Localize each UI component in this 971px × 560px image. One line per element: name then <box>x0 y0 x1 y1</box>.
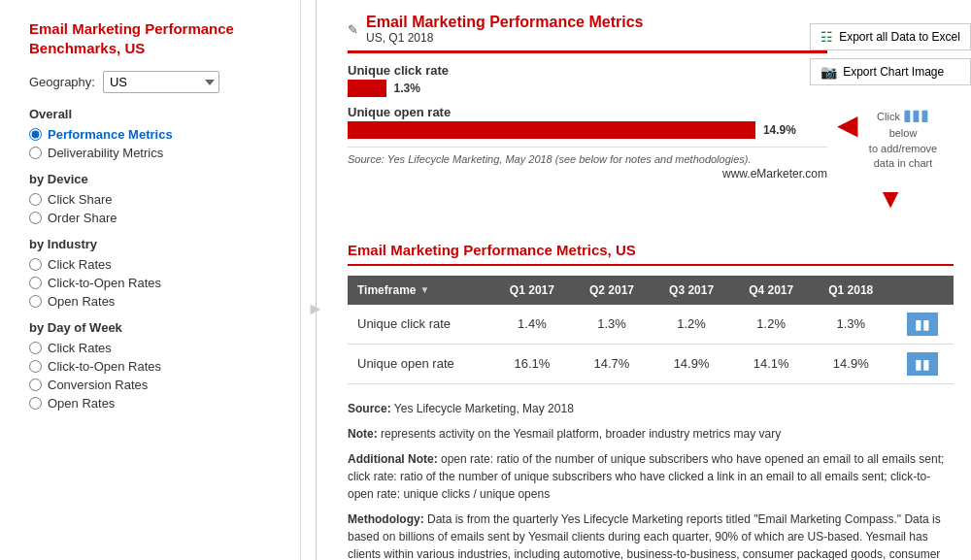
excel-icon: ☷ <box>820 29 833 45</box>
sidebar-title: Email Marketing Performance Benchmarks, … <box>29 19 281 57</box>
chart-title: Email Marketing Performance Metrics <box>366 14 643 31</box>
metric1-bar <box>348 80 386 97</box>
radio-day-conversion-rates[interactable]: Conversion Rates <box>29 378 281 392</box>
edit-title-icon[interactable]: ✎ <box>348 22 358 37</box>
export-excel-label: Export all Data to Excel <box>839 30 960 44</box>
radio-deliverability-metrics[interactable]: Deliverability Metrics <box>29 146 281 160</box>
hint-down-arrow-container: ▼ <box>837 183 944 214</box>
methodology-text: Data is from the quarterly Yes Lifecycle… <box>348 512 941 560</box>
col-q4-2017: Q4 2017 <box>731 276 811 305</box>
source-label: Source: <box>348 402 391 415</box>
geography-row: Geography: US <box>29 71 281 93</box>
note-text: represents activity on the Yesmail platf… <box>381 427 781 441</box>
cell-0-q4_2017: 1.2% <box>731 305 811 345</box>
export-buttons: ☷ Export all Data to Excel 📷 Export Char… <box>810 23 971 85</box>
radio-click-share[interactable]: Click Share <box>29 192 281 207</box>
data-table: Timeframe ▼ Q1 2017 Q2 2017 Q3 2017 Q4 2… <box>348 276 954 384</box>
chart-export-icon: 📷 <box>820 64 837 80</box>
industry-cto-rates-label: Click-to-Open Rates <box>48 276 161 290</box>
cell-0-q1_2018: 1.3% <box>811 305 890 345</box>
export-chart-label: Export Chart Image <box>843 65 944 79</box>
metric2-bar <box>348 121 755 139</box>
radio-industry-cto-rates[interactable]: Click-to-Open Rates <box>29 276 281 290</box>
note-label: Note: <box>348 427 378 441</box>
cell-0-q1_2017: 1.4% <box>492 305 572 345</box>
metric1-value: 1.3% <box>394 82 420 95</box>
metric2-value: 14.9% <box>763 123 796 137</box>
by-industry-label: by Industry <box>29 237 281 251</box>
note-paragraph: Note: represents activity on the Yesmail… <box>348 425 954 443</box>
hint-text: Click ▮▮▮ belowto add/removedata in char… <box>862 105 944 172</box>
day-conversion-rates-label: Conversion Rates <box>48 378 148 392</box>
additional-text: open rate: ratio of the number of unique… <box>348 452 944 501</box>
by-day-label: by Day of Week <box>29 320 281 335</box>
chart-title-block: ✎ Email Marketing Performance Metrics US… <box>348 14 643 45</box>
methodology-paragraph: Methodology: Data is from the quarterly … <box>348 511 954 560</box>
export-chart-button[interactable]: 📷 Export Chart Image <box>810 58 971 85</box>
day-open-rates-label: Open Rates <box>48 396 115 411</box>
metric-open-rate: Unique open rate 14.9% <box>348 105 827 139</box>
cell-1-q3_2017: 14.9% <box>652 344 731 383</box>
chart-header: ✎ Email Marketing Performance Metrics US… <box>348 14 827 53</box>
sort-icon: ▼ <box>419 284 429 295</box>
col-q1-2017: Q1 2017 <box>492 276 572 305</box>
industry-open-rates-label: Open Rates <box>48 294 115 309</box>
radio-industry-open-rates[interactable]: Open Rates <box>29 294 281 309</box>
col-q3-2017: Q3 2017 <box>652 276 731 305</box>
cell-0-q3_2017: 1.2% <box>652 305 731 345</box>
radio-day-open-rates[interactable]: Open Rates <box>29 396 281 411</box>
chart-toggle-button[interactable]: ▮▮ <box>907 313 938 336</box>
order-share-label: Order Share <box>48 211 117 225</box>
hint-block: ◀ Click ▮▮▮ belowto add/removedata in ch… <box>837 105 944 172</box>
additional-label: Additional Note: <box>348 452 438 466</box>
overall-label: Overall <box>29 107 281 121</box>
methodology-label: Methodology: <box>348 512 424 526</box>
arrow-icon: ► <box>307 299 324 319</box>
source-note: Source: Yes Lifecycle Marketing, May 201… <box>348 147 827 165</box>
cell-0-q2_2017: 1.3% <box>572 305 652 345</box>
additional-note-paragraph: Additional Note: open rate: ratio of the… <box>348 450 954 503</box>
radio-industry-click-rates[interactable]: Click Rates <box>29 257 281 272</box>
cell-1-q1_2018: 14.9% <box>811 344 890 383</box>
chart-toggle-button[interactable]: ▮▮ <box>907 352 938 376</box>
radio-order-share[interactable]: Order Share <box>29 211 281 225</box>
table-row: Unique click rate1.4%1.3%1.2%1.2%1.3%▮▮ <box>348 305 954 345</box>
col-q1-2018: Q1 2018 <box>811 276 890 305</box>
deliverability-metrics-label: Deliverability Metrics <box>48 146 163 160</box>
performance-metrics-label: Performance Metrics <box>48 127 173 142</box>
col-timeframe[interactable]: Timeframe ▼ <box>348 276 492 305</box>
source-text: Yes Lifecycle Marketing, May 2018 <box>394 402 574 415</box>
chart-subtitle: US, Q1 2018 <box>366 31 643 45</box>
cell-1-q4_2017: 14.1% <box>731 344 811 383</box>
hint-container: ◀ Click ▮▮▮ belowto add/removedata in ch… <box>837 105 944 214</box>
metric-click-rate: Unique click rate 1.3% <box>348 63 827 97</box>
cell-1-q1_2017: 16.1% <box>492 344 572 383</box>
divider-arrow: ► <box>301 0 330 560</box>
click-share-label: Click Share <box>48 192 112 207</box>
col-actions <box>890 276 954 305</box>
cell-0-label: Unique click rate <box>348 305 492 345</box>
main-content: ✎ Email Marketing Performance Metrics US… <box>330 0 971 560</box>
cell-1-label: Unique open rate <box>348 344 492 383</box>
geography-select[interactable]: US <box>103 71 219 93</box>
table-section: Email Marketing Performance Metrics, US … <box>348 242 954 384</box>
sidebar: Email Marketing Performance Benchmarks, … <box>0 0 301 560</box>
hint-arrow-icon: ◀ <box>837 109 858 141</box>
day-cto-rates-label: Click-to-Open Rates <box>48 359 161 374</box>
hint-down-arrow-icon: ▼ <box>877 183 904 214</box>
metric2-bar-container: 14.9% <box>348 121 827 139</box>
geography-label: Geography: <box>29 75 95 89</box>
by-device-label: by Device <box>29 172 281 186</box>
industry-click-rates-label: Click Rates <box>48 257 112 272</box>
export-excel-button[interactable]: ☷ Export all Data to Excel <box>810 23 971 50</box>
emarketer-url: www.eMarketer.com <box>348 167 827 181</box>
col-q2-2017: Q2 2017 <box>572 276 652 305</box>
day-click-rates-label: Click Rates <box>48 341 112 355</box>
cell-1-q2_2017: 14.7% <box>572 344 652 383</box>
chart-toggle-cell: ▮▮ <box>890 344 954 383</box>
radio-performance-metrics[interactable]: Performance Metrics <box>29 127 281 142</box>
table-row: Unique open rate16.1%14.7%14.9%14.1%14.9… <box>348 344 954 383</box>
radio-day-cto-rates[interactable]: Click-to-Open Rates <box>29 359 281 374</box>
metric2-label: Unique open rate <box>348 105 827 119</box>
radio-day-click-rates[interactable]: Click Rates <box>29 341 281 355</box>
